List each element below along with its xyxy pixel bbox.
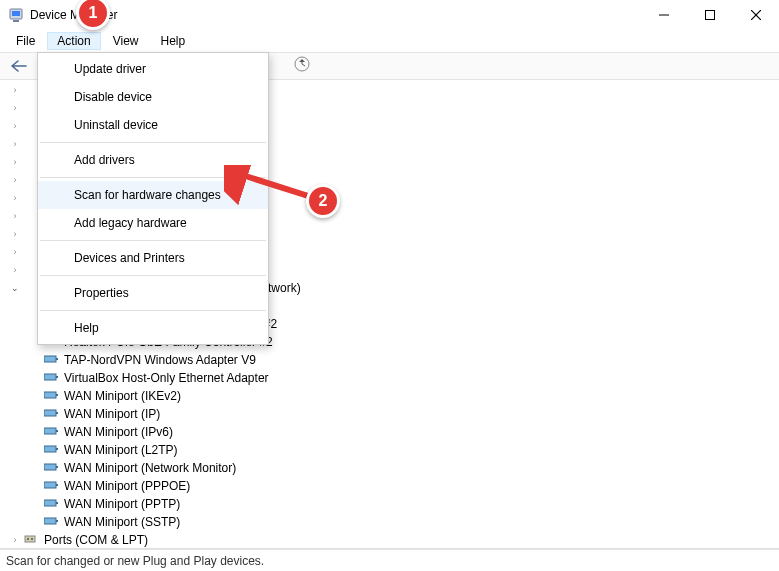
tree-item[interactable]: WAN Miniport (IKEv2): [0, 387, 779, 405]
network-adapter-icon: [44, 461, 60, 475]
svg-rect-18: [44, 392, 56, 398]
app-icon: [8, 7, 24, 23]
tree-item-label: WAN Miniport (SSTP): [64, 515, 180, 529]
svg-rect-19: [56, 394, 58, 396]
tree-item-label: WAN Miniport (L2TP): [64, 443, 178, 457]
menu-disable-device[interactable]: Disable device: [38, 83, 268, 111]
maximize-button[interactable]: [687, 0, 733, 30]
toolbar-refresh-icon[interactable]: [293, 55, 311, 77]
tree-item[interactable]: TAP-NordVPN Windows Adapter V9: [0, 351, 779, 369]
tree-item-label: WAN Miniport (PPTP): [64, 497, 180, 511]
tree-item-label: WAN Miniport (IP): [64, 407, 160, 421]
close-button[interactable]: [733, 0, 779, 30]
toolbar-back-icon[interactable]: [10, 59, 28, 73]
svg-rect-20: [44, 410, 56, 416]
network-adapter-icon: [44, 497, 60, 511]
svg-rect-32: [44, 518, 56, 524]
menu-action[interactable]: Action: [47, 32, 100, 50]
category-label: Ports (COM & LPT): [44, 533, 148, 547]
menu-uninstall-device[interactable]: Uninstall device: [38, 111, 268, 139]
svg-rect-27: [56, 466, 58, 468]
tree-item[interactable]: WAN Miniport (Network Monitor): [0, 459, 779, 477]
network-adapter-icon: [44, 353, 60, 367]
tree-item-label: TAP-NordVPN Windows Adapter V9: [64, 353, 256, 367]
svg-rect-24: [44, 446, 56, 452]
menu-file[interactable]: File: [6, 32, 45, 50]
svg-rect-1: [12, 11, 20, 16]
network-adapter-icon: [44, 389, 60, 403]
svg-rect-30: [44, 500, 56, 506]
annotation-callout-2: 2: [306, 184, 340, 218]
tree-item[interactable]: WAN Miniport (SSTP): [0, 513, 779, 531]
window-controls: [641, 0, 779, 30]
svg-rect-31: [56, 502, 58, 504]
tree-item-label: WAN Miniport (PPPOE): [64, 479, 190, 493]
tree-item[interactable]: WAN Miniport (L2TP): [0, 441, 779, 459]
svg-rect-22: [44, 428, 56, 434]
menu-help-item[interactable]: Help: [38, 314, 268, 342]
network-adapter-icon: [44, 371, 60, 385]
status-text: Scan for changed or new Plug and Play de…: [6, 554, 264, 568]
svg-rect-16: [44, 374, 56, 380]
tree-item[interactable]: VirtualBox Host-Only Ethernet Adapter: [0, 369, 779, 387]
tree-item[interactable]: WAN Miniport (IPv6): [0, 423, 779, 441]
category-label-partial: twork): [268, 281, 301, 295]
svg-rect-23: [56, 430, 58, 432]
svg-rect-26: [44, 464, 56, 470]
svg-rect-33: [56, 520, 58, 522]
tree-item-label: WAN Miniport (IKEv2): [64, 389, 181, 403]
menu-properties[interactable]: Properties: [38, 279, 268, 307]
network-adapter-icon: [44, 479, 60, 493]
tree-item-label: WAN Miniport (Network Monitor): [64, 461, 236, 475]
svg-rect-29: [56, 484, 58, 486]
tree-item[interactable]: WAN Miniport (PPTP): [0, 495, 779, 513]
svg-point-35: [27, 538, 29, 540]
menu-help[interactable]: Help: [151, 32, 196, 50]
ports-icon: [24, 533, 40, 547]
minimize-button[interactable]: [641, 0, 687, 30]
title-bar: Device Manager: [0, 0, 779, 30]
svg-rect-34: [25, 536, 35, 542]
menu-devices-and-printers[interactable]: Devices and Printers: [38, 244, 268, 272]
network-adapter-icon: [44, 515, 60, 529]
tree-item[interactable]: WAN Miniport (IP): [0, 405, 779, 423]
network-adapter-icon: [44, 443, 60, 457]
tree-item-label: WAN Miniport (IPv6): [64, 425, 173, 439]
menu-update-driver[interactable]: Update driver: [38, 55, 268, 83]
svg-point-36: [31, 538, 33, 540]
tree-category-ports[interactable]: › Ports (COM & LPT): [0, 531, 779, 549]
svg-rect-28: [44, 482, 56, 488]
svg-rect-21: [56, 412, 58, 414]
svg-rect-4: [706, 11, 715, 20]
tree-item-label: VirtualBox Host-Only Ethernet Adapter: [64, 371, 269, 385]
svg-rect-14: [44, 356, 56, 362]
svg-rect-17: [56, 376, 58, 378]
menu-bar: File Action View Help: [0, 30, 779, 52]
svg-rect-2: [13, 20, 19, 22]
tree-item[interactable]: WAN Miniport (PPPOE): [0, 477, 779, 495]
status-bar: Scan for changed or new Plug and Play de…: [0, 549, 779, 571]
menu-view[interactable]: View: [103, 32, 149, 50]
network-adapter-icon: [44, 425, 60, 439]
network-adapter-icon: [44, 407, 60, 421]
svg-rect-25: [56, 448, 58, 450]
svg-rect-15: [56, 358, 58, 360]
